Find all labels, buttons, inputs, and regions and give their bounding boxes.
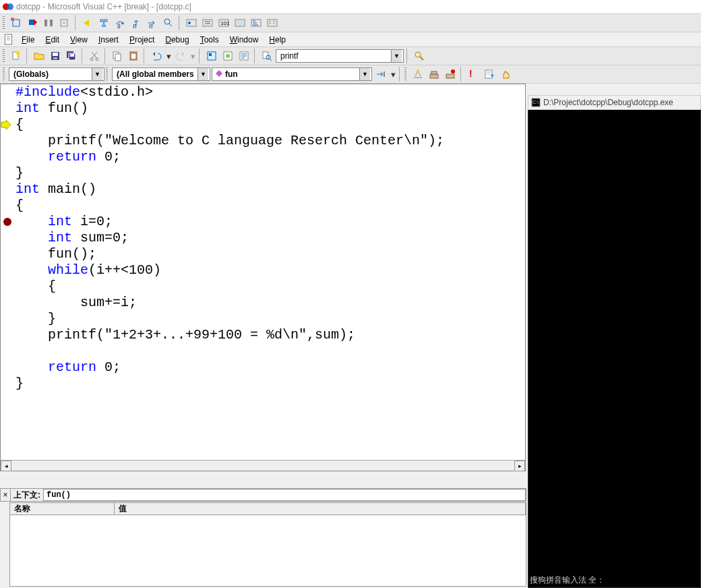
separator bbox=[82, 49, 84, 63]
stop-build-icon[interactable] bbox=[443, 67, 458, 82]
console-output[interactable]: 搜狗拼音输入法 全： bbox=[528, 110, 701, 588]
step-out-icon[interactable]: {} bbox=[129, 16, 144, 30]
menu-tools[interactable]: Tools bbox=[195, 34, 224, 46]
code-editor[interactable]: #include<stdio.h> int fun() { printf("We… bbox=[0, 84, 526, 471]
output-icon[interactable] bbox=[237, 49, 251, 63]
quickwatch-icon[interactable] bbox=[161, 16, 176, 30]
variables-window-icon[interactable] bbox=[200, 16, 215, 30]
redo-icon[interactable] bbox=[173, 49, 188, 63]
svg-point-47 bbox=[451, 69, 455, 74]
apply-changes-icon[interactable] bbox=[57, 16, 72, 30]
console-title-bar[interactable]: C:\ D:\Project\dotcpp\Debug\dotcpp.exe bbox=[528, 95, 701, 110]
variables-panel[interactable]: 名称 值 bbox=[9, 502, 526, 587]
save-all-icon[interactable] bbox=[64, 49, 79, 63]
column-value[interactable]: 值 bbox=[115, 503, 526, 514]
find-text: printf bbox=[278, 51, 391, 61]
menu-window[interactable]: Window bbox=[224, 34, 264, 46]
separator bbox=[460, 67, 463, 82]
horizontal-scrollbar[interactable]: ◂ ▸ bbox=[1, 460, 525, 471]
toolbar-grip[interactable] bbox=[3, 16, 5, 30]
toolbar-grip[interactable] bbox=[106, 67, 108, 81]
window-title-bar: dotcpp - Microsoft Visual C++ [break] - … bbox=[0, 0, 701, 13]
callstack-window-icon[interactable] bbox=[249, 16, 264, 30]
restart-debug-icon[interactable] bbox=[9, 16, 24, 30]
document-icon[interactable] bbox=[3, 34, 15, 46]
menu-insert[interactable]: Insert bbox=[93, 34, 124, 46]
find-icon[interactable] bbox=[412, 49, 427, 63]
stop-debug-icon[interactable] bbox=[25, 16, 40, 30]
toolbar-grip[interactable] bbox=[3, 67, 5, 81]
break-all-icon[interactable] bbox=[41, 16, 56, 30]
svg-text:{}: {} bbox=[117, 23, 121, 28]
show-next-statement-icon[interactable] bbox=[80, 16, 95, 30]
workspace-icon[interactable] bbox=[204, 49, 219, 63]
toolbar-grip[interactable] bbox=[3, 49, 5, 63]
goto-icon[interactable] bbox=[373, 67, 388, 82]
separator bbox=[144, 49, 146, 63]
memory-window-icon[interactable] bbox=[233, 16, 247, 30]
copy-icon[interactable] bbox=[110, 49, 125, 63]
resource-icon[interactable] bbox=[220, 49, 235, 63]
step-into-icon[interactable] bbox=[96, 16, 111, 30]
menu-project[interactable]: Project bbox=[124, 34, 160, 46]
separator bbox=[406, 49, 409, 63]
scroll-track[interactable] bbox=[11, 461, 514, 471]
save-icon[interactable] bbox=[48, 49, 63, 63]
menu-file[interactable]: FFileile bbox=[16, 34, 40, 46]
members-combo[interactable]: (All global members ▼ bbox=[112, 67, 210, 81]
window-title: dotcpp - Microsoft Visual C++ [break] - … bbox=[16, 2, 191, 11]
close-icon[interactable]: × bbox=[1, 490, 10, 500]
separator bbox=[75, 16, 78, 30]
svg-rect-2 bbox=[29, 20, 34, 25]
toolbar-grip[interactable] bbox=[404, 67, 406, 81]
svg-rect-27 bbox=[70, 54, 74, 57]
find-in-files-icon[interactable] bbox=[260, 49, 274, 63]
svg-rect-46 bbox=[446, 74, 454, 78]
scroll-left-icon[interactable]: ◂ bbox=[1, 461, 11, 471]
undo-icon[interactable] bbox=[149, 49, 164, 63]
menu-edit[interactable]: Edit bbox=[40, 34, 65, 46]
registers-window-icon[interactable]: 101 bbox=[216, 16, 231, 30]
dropdown-arrow-icon[interactable]: ▼ bbox=[197, 68, 208, 80]
function-combo[interactable]: fun ▼ bbox=[212, 67, 372, 81]
breakpoint-icon[interactable] bbox=[3, 218, 11, 226]
dropdown-arrow-icon[interactable]: ▼ bbox=[391, 50, 402, 62]
menu-view[interactable]: View bbox=[65, 34, 93, 46]
svg-rect-3 bbox=[44, 20, 47, 26]
find-combo[interactable]: printf ▼ bbox=[276, 49, 404, 63]
execute-icon[interactable]: ! bbox=[466, 67, 481, 82]
compile-icon[interactable] bbox=[410, 67, 425, 82]
function-text: fun bbox=[222, 69, 359, 79]
separator bbox=[199, 49, 202, 63]
scroll-right-icon[interactable]: ▸ bbox=[514, 461, 525, 471]
run-to-cursor-icon[interactable]: {} bbox=[145, 16, 160, 30]
separator bbox=[26, 49, 29, 63]
context-bar: × 上下文: bbox=[0, 488, 526, 502]
dropdown-arrow-icon[interactable]: ▼ bbox=[359, 68, 370, 80]
scope-combo[interactable]: (Globals) ▼ bbox=[9, 67, 104, 81]
breakpoint-hand-icon[interactable] bbox=[498, 67, 513, 82]
svg-point-21 bbox=[16, 51, 20, 55]
undo-dropdown-icon[interactable]: ▾ bbox=[165, 49, 172, 63]
watch-window-icon[interactable] bbox=[184, 16, 199, 30]
menu-debug[interactable]: Debug bbox=[160, 34, 194, 46]
go-icon[interactable] bbox=[482, 67, 497, 82]
svg-rect-16 bbox=[237, 21, 243, 25]
paste-icon[interactable] bbox=[126, 49, 141, 63]
redo-dropdown-icon[interactable]: ▾ bbox=[189, 49, 196, 63]
build-icon[interactable] bbox=[427, 67, 441, 82]
wizard-dropdown-icon[interactable]: ▾ bbox=[390, 67, 396, 82]
step-over-icon[interactable]: {} bbox=[113, 16, 127, 30]
dropdown-arrow-icon[interactable]: ▼ bbox=[92, 68, 102, 80]
menu-help[interactable]: Help bbox=[264, 34, 291, 46]
svg-rect-18 bbox=[268, 20, 277, 26]
context-input[interactable] bbox=[43, 489, 526, 501]
new-file-icon[interactable] bbox=[9, 49, 24, 63]
disassembly-window-icon[interactable] bbox=[265, 16, 280, 30]
cut-icon[interactable] bbox=[87, 49, 102, 63]
code-text[interactable]: #include<stdio.h> int fun() { printf("We… bbox=[14, 84, 525, 460]
column-name[interactable]: 名称 bbox=[10, 503, 115, 514]
editor-gutter[interactable] bbox=[1, 84, 14, 460]
diamond-icon bbox=[214, 69, 222, 79]
open-file-icon[interactable] bbox=[32, 49, 47, 63]
